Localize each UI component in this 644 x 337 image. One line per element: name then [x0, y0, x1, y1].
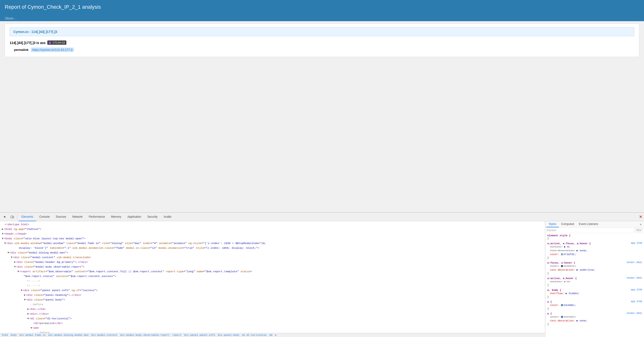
tooltip-box: 175.64×18 [47, 40, 66, 45]
app-header: Obser… [0, 14, 644, 21]
permalink-link[interactable]: https://cymon.io/114.43.177.3 [31, 48, 74, 52]
ip-header: Cymon.io : 114[.]43[.]177[.]3 [10, 27, 634, 36]
report-title: Report of Cymon_Check_IP_2_1 analysis [5, 4, 101, 10]
main-content: Cymon.io : 114[.]43[.]177[.]3 114[.]43[.… [5, 24, 639, 57]
top-bar: Report of Cymon_Check_IP_2_1 analysis [0, 0, 644, 14]
tooltip-color-swatch [49, 42, 51, 44]
permalink-label: permalink [10, 48, 28, 52]
ip-status: 114[.]43[.]177[.]3 is ass 175.64×18 [10, 41, 634, 45]
permalink-row: permalink https://cymon.io/114.43.177.3 [10, 48, 634, 52]
ip-info: 114[.]43[.]177[.]3 is ass 175.64×18 perm… [10, 40, 634, 53]
app-header-label: Obser… [5, 16, 17, 20]
